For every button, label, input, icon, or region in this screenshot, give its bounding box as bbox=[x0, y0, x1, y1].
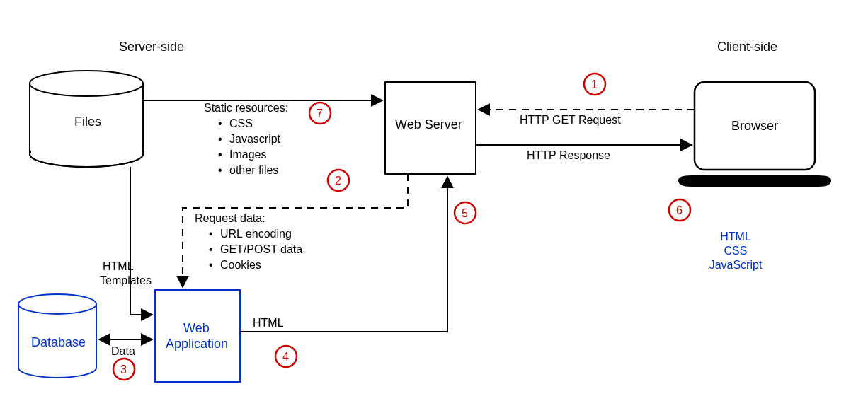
request-data-list: Request data: •URL encoding •GET/POST da… bbox=[195, 212, 302, 271]
marker-2: 2 bbox=[328, 170, 349, 191]
svg-text:CSS: CSS bbox=[724, 245, 748, 257]
svg-text:URL encoding: URL encoding bbox=[220, 228, 292, 240]
html-templates-label-2: Templates bbox=[100, 274, 152, 286]
arrow-server-to-app bbox=[183, 174, 408, 287]
svg-text:•: • bbox=[218, 164, 222, 176]
svg-text:7: 7 bbox=[316, 107, 323, 120]
svg-text:•: • bbox=[218, 117, 222, 129]
svg-text:CSS: CSS bbox=[229, 117, 253, 129]
svg-text:4: 4 bbox=[282, 351, 289, 363]
database-label: Database bbox=[31, 335, 86, 349]
svg-text:2: 2 bbox=[335, 175, 341, 187]
http-response-label: HTTP Response bbox=[527, 149, 610, 161]
web-app-label-2: Application bbox=[166, 337, 228, 351]
svg-text:•: • bbox=[209, 228, 213, 240]
svg-text:5: 5 bbox=[462, 207, 468, 219]
svg-text:GET/POST data: GET/POST data bbox=[220, 243, 302, 255]
files-node: Files bbox=[30, 71, 143, 167]
marker-7: 7 bbox=[309, 103, 331, 124]
http-get-label: HTTP GET Request bbox=[520, 114, 621, 126]
html-templates-label-1: HTML bbox=[103, 260, 134, 272]
svg-text:Request data:: Request data: bbox=[195, 212, 265, 224]
svg-rect-2 bbox=[31, 140, 142, 154]
svg-text:1: 1 bbox=[591, 78, 598, 91]
svg-text:HTML: HTML bbox=[720, 231, 751, 243]
svg-text:6: 6 bbox=[676, 204, 683, 216]
svg-text:•: • bbox=[218, 133, 222, 145]
static-resources-list: Static resources: •CSS •Javascript •Imag… bbox=[204, 102, 288, 176]
web-application-node: Web Application bbox=[155, 290, 240, 382]
svg-text:Javascript: Javascript bbox=[229, 133, 281, 145]
svg-text:JavaScript: JavaScript bbox=[709, 259, 763, 271]
svg-text:3: 3 bbox=[120, 363, 127, 376]
svg-text:•: • bbox=[209, 259, 213, 271]
marker-3: 3 bbox=[113, 359, 135, 380]
web-app-label-1: Web bbox=[183, 321, 210, 335]
marker-4: 4 bbox=[275, 346, 297, 367]
svg-text:Images: Images bbox=[229, 149, 266, 161]
svg-text:•: • bbox=[209, 243, 213, 255]
web-server-node: Web Server bbox=[385, 82, 476, 174]
arrow-files-to-app bbox=[130, 167, 152, 315]
web-server-label: Web Server bbox=[395, 117, 462, 132]
files-label: Files bbox=[74, 115, 101, 129]
svg-text:Cookies: Cookies bbox=[220, 259, 261, 271]
svg-text:•: • bbox=[218, 149, 222, 161]
svg-point-0 bbox=[30, 71, 143, 96]
header-client: Client-side bbox=[717, 40, 777, 54]
browser-label: Browser bbox=[731, 119, 778, 133]
marker-5: 5 bbox=[455, 202, 476, 223]
data-label: Data bbox=[111, 345, 135, 357]
html-label: HTML bbox=[253, 317, 284, 329]
marker-1: 1 bbox=[584, 74, 605, 95]
svg-text:other files: other files bbox=[229, 164, 278, 176]
svg-rect-6 bbox=[155, 290, 240, 382]
svg-text:Static resources:: Static resources: bbox=[204, 102, 288, 114]
client-tech-list: HTML CSS JavaScript bbox=[709, 231, 763, 271]
svg-point-5 bbox=[18, 294, 96, 314]
header-server: Server-side bbox=[119, 40, 184, 54]
database-node: Database bbox=[18, 294, 96, 378]
browser-node: Browser bbox=[678, 82, 831, 187]
marker-6: 6 bbox=[669, 199, 690, 221]
